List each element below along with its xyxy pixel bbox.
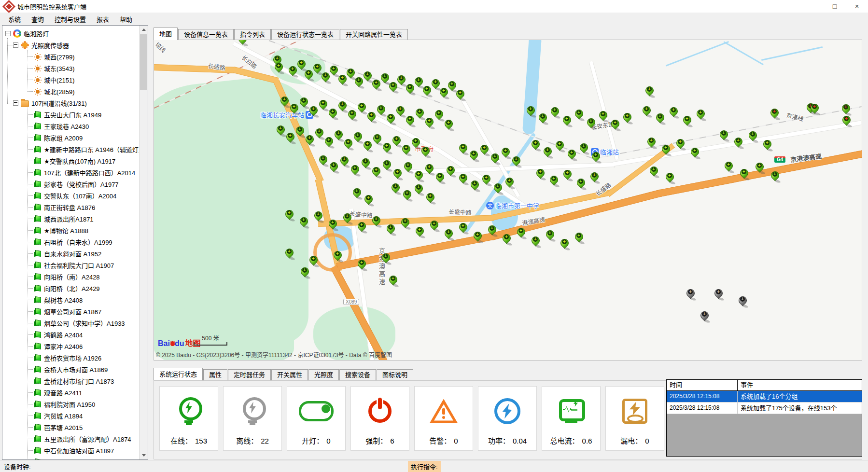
map-device-pin[interactable]: + [329, 65, 338, 78]
map-device-pin[interactable]: + [337, 100, 347, 113]
tree-item-device[interactable]: 彭家巷（党校后面）A1977 [2, 178, 140, 190]
close-button[interactable]: × [846, 0, 868, 13]
map-device-pin[interactable]: + [669, 106, 678, 119]
map-device-pin[interactable]: + [304, 69, 313, 82]
map-device-pin[interactable]: + [562, 115, 572, 128]
map-device-pin[interactable]: + [337, 74, 347, 87]
tree-item-device[interactable]: 中石化加油站对面 A1897 [2, 444, 140, 456]
map-device-pin[interactable]: + [574, 109, 584, 122]
tree-root[interactable]: 临湘路灯 [2, 28, 140, 39]
map-device-pin[interactable]: + [284, 209, 294, 222]
map-device-pin[interactable]: + [328, 219, 337, 232]
scroll-down-button[interactable] [140, 451, 148, 459]
map-device-pin[interactable]: + [455, 89, 465, 102]
map-device-pin[interactable]: + [342, 212, 352, 225]
map-canvas[interactable]: 培线长盛路长白路临湘长安汽车站市政府长安东路临湘站文临湘市第一中学长盛中路长盛中… [154, 40, 862, 361]
map-device-pin[interactable]: + [350, 164, 360, 177]
tree-item-device[interactable]: 自来水斜对面 A1952 [2, 248, 140, 259]
map-device-pin[interactable]: + [458, 173, 468, 186]
tab-系统运行状态[interactable]: 系统运行状态 [154, 368, 203, 380]
map-device-pin[interactable]: + [382, 159, 392, 172]
map-device-pin[interactable]: + [649, 166, 658, 179]
map-device-pin[interactable]: + [481, 174, 491, 187]
tree-item-device[interactable]: ★博物馆 A1888 [2, 224, 140, 236]
tree-item-device[interactable]: 南正街转盘 A1876 [2, 201, 140, 213]
map-device-pin[interactable]: + [586, 117, 596, 130]
map-device-pin[interactable]: + [770, 108, 779, 121]
map-device-pin[interactable]: + [538, 112, 547, 125]
map-device-pin[interactable]: + [357, 221, 366, 234]
map-device-pin[interactable]: + [364, 194, 373, 207]
map-device-pin[interactable]: + [458, 222, 468, 235]
event-log-row[interactable]: 2025/3/28 12:15:08系统加载了16个分组 [667, 391, 862, 403]
map-device-pin[interactable]: + [371, 79, 381, 92]
map-device-pin[interactable]: + [531, 139, 540, 152]
map-device-pin[interactable]: + [549, 175, 559, 188]
map-device-pin[interactable]: + [238, 40, 247, 47]
map-device-pin[interactable]: + [724, 161, 733, 174]
map-device-pin[interactable]: + [642, 105, 651, 118]
collapse-icon[interactable] [13, 42, 18, 48]
map-device-pin[interactable]: + [545, 229, 555, 242]
map-device-pin[interactable]: + [424, 117, 434, 130]
map-device-pin[interactable]: + [550, 106, 560, 119]
map-device-pin[interactable]: + [353, 131, 363, 144]
map-device-pin[interactable]: + [661, 144, 671, 157]
tree-item-device[interactable]: 金桥农贸市场 A1926 [2, 352, 140, 363]
tree-item-sensor[interactable]: 城北(2859) [2, 85, 140, 97]
map-device-pin[interactable]: + [487, 224, 497, 237]
map-device-pin[interactable]: + [446, 165, 455, 178]
menu-item-报表[interactable]: 报表 [91, 13, 114, 25]
tree-item-device[interactable]: 王家珑巷 A2430 [2, 120, 140, 132]
map-device-pin[interactable]: + [770, 170, 780, 183]
tree-item-device[interactable]: 鸿鹤路 A2404 [2, 329, 140, 340]
map-device-pin[interactable]: + [288, 65, 297, 78]
tab-开关属性[interactable]: 开关属性 [271, 369, 308, 380]
map-device-pin[interactable]: + [402, 189, 412, 202]
map-device-pin[interactable]: + [424, 163, 434, 176]
map-device-pin[interactable]: + [841, 115, 851, 128]
map-device-pin[interactable]: + [403, 161, 413, 174]
map-device-pin[interactable]: + [574, 232, 584, 245]
tab-设备运行状态一览表[interactable]: 设备运行状态一览表 [271, 29, 339, 40]
map-device-pin[interactable]: + [762, 139, 772, 152]
tree-item-sensor[interactable]: 城西(2799) [2, 51, 140, 62]
tree-item-device[interactable]: 陈家组 A2009 [2, 132, 140, 143]
map-device-pin[interactable]: + [516, 227, 526, 240]
map-device-pin[interactable]: + [324, 136, 334, 149]
map-device-pin[interactable]: + [543, 146, 552, 159]
map-device-pin[interactable]: + [576, 178, 586, 191]
collapse-icon[interactable] [13, 100, 18, 106]
map-device-pin[interactable]: + [289, 103, 299, 116]
tree-item-device[interactable]: 城西派出所A1871 [2, 213, 140, 224]
event-log-row[interactable]: 2025/3/28 12:15:08系统加载了175个设备，在线153个 [667, 403, 862, 414]
map-device-pin[interactable]: + [479, 144, 489, 157]
menu-item-帮助[interactable]: 帮助 [114, 13, 138, 25]
map-device-pin[interactable]: + [700, 310, 709, 323]
map-device-pin[interactable]: + [371, 166, 381, 179]
tab-开关回路属性一览表[interactable]: 开关回路属性一览表 [340, 29, 408, 40]
map-device-pin[interactable]: + [719, 129, 728, 142]
map-device-pin[interactable]: + [357, 259, 366, 272]
tab-定时器任务[interactable]: 定时器任务 [228, 369, 271, 380]
map-device-pin[interactable]: + [357, 102, 366, 115]
map-device-pin[interactable]: + [347, 109, 357, 122]
tab-地图[interactable]: 地图 [154, 28, 178, 40]
map-device-pin[interactable]: + [555, 140, 564, 153]
map-device-pin[interactable]: + [381, 252, 391, 265]
tree-item-device[interactable]: 五尖山大门东 A1949 [2, 109, 140, 120]
map-device-pin[interactable]: + [429, 220, 439, 233]
map-device-pin[interactable]: + [579, 142, 588, 155]
tree-item-device[interactable] [2, 456, 140, 459]
tree-item-device[interactable]: 107北（建新中路路口西）A2014 [2, 167, 140, 178]
map-device-pin[interactable]: + [354, 76, 364, 89]
tab-搜索设备[interactable]: 搜索设备 [339, 369, 376, 380]
map-device-pin[interactable]: + [308, 255, 318, 268]
map-device-pin[interactable]: + [391, 182, 400, 195]
map-device-pin[interactable]: + [504, 177, 514, 190]
map-device-pin[interactable]: + [535, 168, 545, 181]
map-device-pin[interactable]: + [372, 133, 382, 146]
map-device-pin[interactable]: + [690, 147, 700, 160]
menu-item-查询[interactable]: 查询 [26, 13, 49, 25]
tree-group-devices[interactable]: 107国道沿线(31/31) [2, 97, 140, 109]
